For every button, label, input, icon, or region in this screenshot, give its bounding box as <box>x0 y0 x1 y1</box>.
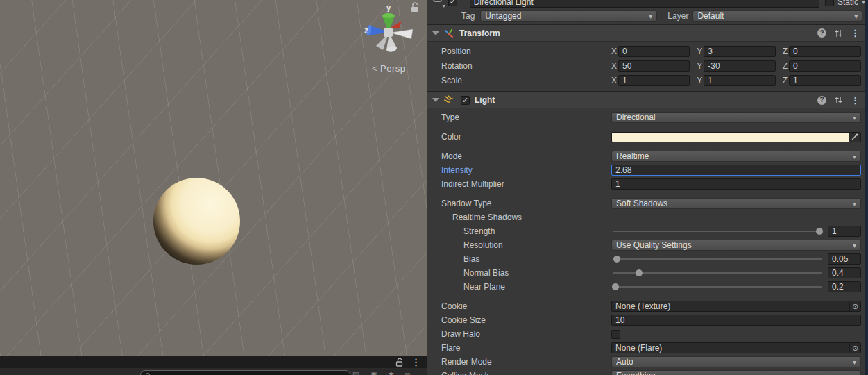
scale-y-field[interactable]: 1 <box>704 75 775 86</box>
unlock-icon[interactable] <box>395 358 404 367</box>
gizmo-y-label: y <box>386 3 391 12</box>
scale-z-field[interactable]: 1 <box>789 75 861 86</box>
strength-field[interactable]: 1 <box>828 226 861 237</box>
gizmo-z-label: z <box>364 26 368 35</box>
kebab-menu-icon[interactable]: ⋮ <box>851 96 860 105</box>
shadow-strength-row: Strength 1 <box>427 224 865 238</box>
window-edge-strip <box>865 0 868 375</box>
scale-x-field[interactable]: 1 <box>618 75 690 86</box>
lower-panel-toolbar: ▤ ▣ ★ ∞ <box>0 368 427 375</box>
scene-viewport[interactable]: y z <Persp <box>0 0 427 356</box>
gameobject-name-field[interactable]: Directional Light <box>470 0 819 8</box>
scene-lock-icon[interactable] <box>411 3 418 12</box>
type-label: Type <box>441 112 611 122</box>
gizmo-axis-cone-right[interactable] <box>390 29 413 39</box>
culling-mask-dropdown[interactable]: Everything▾ <box>611 370 861 375</box>
perspective-mode-label[interactable]: <Persp <box>372 63 406 74</box>
static-label: Static <box>837 0 858 7</box>
normal-bias-field[interactable]: 0.4 <box>828 267 861 278</box>
rotation-y-field[interactable]: -30 <box>704 60 775 72</box>
light-mode-dropdown[interactable]: Realtime▾ <box>611 151 861 162</box>
render-mode-row: Render Mode Auto▾ <box>427 355 865 369</box>
panel-menu-icon[interactable]: ⋮ <box>411 358 420 367</box>
draw-halo-checkbox[interactable] <box>611 330 620 339</box>
x-axis-label: X <box>611 76 617 85</box>
shadow-type-dropdown[interactable]: Soft Shadows▾ <box>611 198 861 209</box>
unity-editor: y z <Persp ⋮ <box>0 0 868 375</box>
package-icon[interactable]: ▣ <box>370 369 377 375</box>
star-icon[interactable]: ★ <box>388 369 395 375</box>
resolution-dropdown[interactable]: Use Quality Settings▾ <box>611 240 861 251</box>
light-color-row: Color <box>427 130 865 144</box>
realtime-shadows-row: Realtime Shadows <box>427 210 865 224</box>
cookie-size-row: Cookie Size 10 <box>427 313 865 327</box>
help-icon[interactable]: ? <box>817 96 826 105</box>
transform-component-header[interactable]: Transform ? ⋮ <box>427 25 865 42</box>
render-mode-dropdown[interactable]: Auto▾ <box>611 356 861 367</box>
slider-handle[interactable] <box>613 256 620 262</box>
mode-label: Mode <box>441 151 611 161</box>
bias-field[interactable]: 0.05 <box>828 253 861 265</box>
position-z-field[interactable]: 0 <box>789 46 861 57</box>
culling-mask-label: Culling Mask <box>441 371 611 375</box>
lower-panel-header: ⋮ <box>0 356 427 368</box>
save-icon[interactable]: ▤ <box>352 369 359 375</box>
position-y-field[interactable]: 3 <box>704 46 775 57</box>
slider-handle[interactable] <box>636 269 643 276</box>
cookie-size-field[interactable]: 10 <box>611 315 861 326</box>
foldout-triangle-icon[interactable] <box>432 31 439 35</box>
shadow-type-row: Shadow Type Soft Shadows▾ <box>427 197 865 210</box>
presets-icon[interactable] <box>834 96 843 104</box>
indirect-multiplier-field[interactable]: 1 <box>611 178 861 190</box>
draw-halo-label: Draw Halo <box>441 329 611 339</box>
rotation-z-field[interactable]: 0 <box>789 60 861 72</box>
light-color-field[interactable] <box>611 132 861 142</box>
normal-bias-label: Normal Bias <box>441 268 611 278</box>
sphere-object[interactable] <box>153 178 240 265</box>
gameobject-icon[interactable]: ▾ <box>432 0 444 8</box>
bias-slider[interactable] <box>611 253 824 265</box>
realtime-shadows-label: Realtime Shadows <box>441 212 611 222</box>
intensity-field[interactable]: 2.68 <box>611 165 861 176</box>
persp-arrow-icon: < <box>372 63 377 74</box>
light-type-dropdown[interactable]: Directional▾ <box>611 112 861 123</box>
help-icon[interactable]: ? <box>817 28 826 38</box>
slider-handle[interactable] <box>816 228 823 235</box>
object-picker-icon[interactable]: ⊙ <box>849 301 860 311</box>
chevron-down-icon: ▾ <box>853 153 856 160</box>
object-picker-icon[interactable]: ⊙ <box>849 343 860 353</box>
layer-dropdown[interactable]: Default ▾ <box>692 10 862 22</box>
light-type-row: Type Directional▾ <box>427 110 865 124</box>
light-component-header[interactable]: ✓ Light ? ⋮ <box>427 92 865 108</box>
gizmo-center-cube[interactable] <box>384 28 393 37</box>
normal-bias-slider[interactable] <box>611 267 824 278</box>
chevron-down-icon: ▾ <box>853 358 856 366</box>
search-input[interactable] <box>140 370 350 375</box>
presets-icon[interactable] <box>834 29 843 38</box>
color-swatch[interactable] <box>612 133 849 142</box>
slider-handle[interactable] <box>612 283 619 290</box>
foldout-triangle-icon[interactable] <box>432 98 439 102</box>
strength-slider[interactable] <box>611 226 824 237</box>
position-x-field[interactable]: 0 <box>618 46 690 57</box>
transform-title: Transform <box>459 28 500 38</box>
active-checkbox[interactable]: ✓ <box>448 0 457 6</box>
light-enabled-checkbox[interactable]: ✓ <box>461 96 470 105</box>
y-axis-label: Y <box>697 61 702 71</box>
chevron-down-icon: ▾ <box>853 372 856 375</box>
cookie-label: Cookie <box>441 301 611 311</box>
flare-object-field[interactable]: None (Flare) ⊙ <box>611 342 861 353</box>
rotation-x-field[interactable]: 50 <box>618 60 690 72</box>
eyedropper-icon[interactable] <box>849 133 860 142</box>
near-plane-slider[interactable] <box>611 281 824 292</box>
static-checkbox[interactable] <box>825 0 834 6</box>
near-plane-field[interactable]: 0.2 <box>828 281 861 292</box>
link-icon[interactable]: ∞ <box>405 369 411 375</box>
scale-row: Scale X1 Y1 Z1 <box>427 73 865 88</box>
color-label: Color <box>441 132 611 142</box>
flare-label: Flare <box>441 343 611 353</box>
cookie-object-field[interactable]: None (Texture) ⊙ <box>611 301 861 312</box>
kebab-menu-icon[interactable]: ⋮ <box>851 28 860 38</box>
tag-dropdown[interactable]: Untagged ▾ <box>480 10 657 22</box>
light-icon <box>443 94 454 106</box>
